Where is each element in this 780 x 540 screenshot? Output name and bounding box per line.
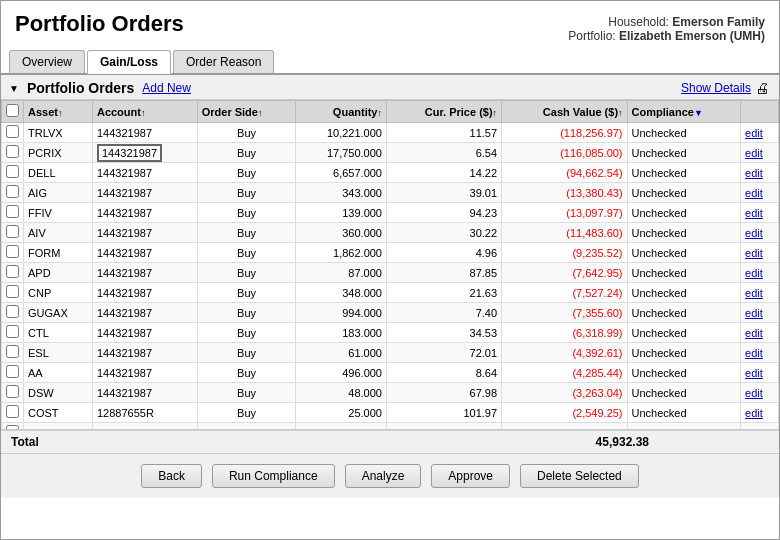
col-compliance[interactable]: Compliance▼ bbox=[627, 101, 741, 123]
row-checkbox-cell[interactable] bbox=[2, 383, 24, 403]
edit-link[interactable]: edit bbox=[745, 347, 763, 359]
row-checkbox-cell[interactable] bbox=[2, 143, 24, 163]
cell-edit[interactable]: edit bbox=[741, 323, 779, 343]
row-checkbox[interactable] bbox=[6, 185, 19, 198]
edit-link[interactable]: edit bbox=[745, 247, 763, 259]
edit-link[interactable]: edit bbox=[745, 367, 763, 379]
cell-edit[interactable]: edit bbox=[741, 223, 779, 243]
cell-cur-price: 67.98 bbox=[386, 383, 501, 403]
col-account[interactable]: Account↑ bbox=[92, 101, 197, 123]
cell-quantity: 183.000 bbox=[296, 323, 387, 343]
cell-edit[interactable]: edit bbox=[741, 263, 779, 283]
row-checkbox[interactable] bbox=[6, 245, 19, 258]
cell-cur-price: 94.23 bbox=[386, 203, 501, 223]
row-checkbox-cell[interactable] bbox=[2, 163, 24, 183]
col-asset[interactable]: Asset↑ bbox=[24, 101, 93, 123]
add-new-link[interactable]: Add New bbox=[142, 81, 191, 95]
tab-gainloss[interactable]: Gain/Loss bbox=[87, 50, 171, 74]
edit-link[interactable]: edit bbox=[745, 187, 763, 199]
cell-asset: FORM bbox=[24, 243, 93, 263]
approve-button[interactable]: Approve bbox=[431, 464, 510, 488]
row-checkbox-cell[interactable] bbox=[2, 303, 24, 323]
row-checkbox[interactable] bbox=[6, 405, 19, 418]
row-checkbox[interactable] bbox=[6, 345, 19, 358]
row-checkbox-cell[interactable] bbox=[2, 223, 24, 243]
cell-cash-value: (118,256.97) bbox=[502, 123, 627, 143]
select-all-checkbox[interactable] bbox=[6, 104, 19, 117]
edit-link[interactable]: edit bbox=[745, 127, 763, 139]
show-details-link[interactable]: Show Details bbox=[681, 81, 751, 95]
row-checkbox-cell[interactable] bbox=[2, 323, 24, 343]
collapse-arrow-icon[interactable]: ▼ bbox=[9, 83, 19, 94]
cell-quantity: 139.000 bbox=[296, 203, 387, 223]
cell-edit[interactable]: edit bbox=[741, 423, 779, 431]
col-check[interactable] bbox=[2, 101, 24, 123]
row-checkbox[interactable] bbox=[6, 385, 19, 398]
row-checkbox-cell[interactable] bbox=[2, 183, 24, 203]
cell-cash-value: (7,527.24) bbox=[502, 283, 627, 303]
row-checkbox-cell[interactable] bbox=[2, 203, 24, 223]
col-cash-value[interactable]: Cash Value ($)↑ bbox=[502, 101, 627, 123]
table-row: CTL144321987Buy183.00034.53(6,318.99)Unc… bbox=[2, 323, 779, 343]
col-order-side[interactable]: Order Side↑ bbox=[197, 101, 296, 123]
row-checkbox[interactable] bbox=[6, 205, 19, 218]
cell-edit[interactable]: edit bbox=[741, 243, 779, 263]
run-compliance-button[interactable]: Run Compliance bbox=[212, 464, 335, 488]
analyze-button[interactable]: Analyze bbox=[345, 464, 422, 488]
row-checkbox[interactable] bbox=[6, 165, 19, 178]
row-checkbox-cell[interactable] bbox=[2, 343, 24, 363]
row-checkbox[interactable] bbox=[6, 145, 19, 158]
tab-orderreason[interactable]: Order Reason bbox=[173, 50, 274, 73]
edit-link[interactable]: edit bbox=[745, 267, 763, 279]
edit-link[interactable]: edit bbox=[745, 327, 763, 339]
delete-selected-button[interactable]: Delete Selected bbox=[520, 464, 639, 488]
printer-icon[interactable]: 🖨 bbox=[755, 80, 769, 96]
col-edit bbox=[741, 101, 779, 123]
cell-edit[interactable]: edit bbox=[741, 203, 779, 223]
cell-cur-price: 34.53 bbox=[386, 323, 501, 343]
row-checkbox-cell[interactable] bbox=[2, 423, 24, 431]
cell-compliance: Unchecked bbox=[627, 403, 741, 423]
row-checkbox-cell[interactable] bbox=[2, 363, 24, 383]
row-checkbox-cell[interactable] bbox=[2, 243, 24, 263]
cell-edit[interactable]: edit bbox=[741, 403, 779, 423]
edit-link[interactable]: edit bbox=[745, 227, 763, 239]
cell-edit[interactable]: edit bbox=[741, 183, 779, 203]
table-row: TRLVX144321987Buy10,221.00011.57(118,256… bbox=[2, 123, 779, 143]
row-checkbox[interactable] bbox=[6, 265, 19, 278]
cell-edit[interactable]: edit bbox=[741, 303, 779, 323]
row-checkbox-cell[interactable] bbox=[2, 123, 24, 143]
edit-link[interactable]: edit bbox=[745, 307, 763, 319]
table-row: APD144321987Buy87.00087.85(7,642.95)Unch… bbox=[2, 263, 779, 283]
row-checkbox[interactable] bbox=[6, 125, 19, 138]
col-cur-price[interactable]: Cur. Price ($)↑ bbox=[386, 101, 501, 123]
cell-edit[interactable]: edit bbox=[741, 283, 779, 303]
tab-overview[interactable]: Overview bbox=[9, 50, 85, 73]
row-checkbox[interactable] bbox=[6, 365, 19, 378]
back-button[interactable]: Back bbox=[141, 464, 202, 488]
row-checkbox-cell[interactable] bbox=[2, 403, 24, 423]
col-quantity[interactable]: Quantity↑ bbox=[296, 101, 387, 123]
row-checkbox-cell[interactable] bbox=[2, 283, 24, 303]
edit-link[interactable]: edit bbox=[745, 387, 763, 399]
edit-link[interactable]: edit bbox=[745, 407, 763, 419]
cell-edit[interactable]: edit bbox=[741, 143, 779, 163]
cell-edit[interactable]: edit bbox=[741, 383, 779, 403]
edit-link[interactable]: edit bbox=[745, 207, 763, 219]
edit-link[interactable]: edit bbox=[745, 147, 763, 159]
cell-edit[interactable]: edit bbox=[741, 343, 779, 363]
cell-quantity: 755.000 bbox=[296, 423, 387, 431]
row-checkbox-cell[interactable] bbox=[2, 263, 24, 283]
row-checkbox[interactable] bbox=[6, 305, 19, 318]
cell-compliance: Unchecked bbox=[627, 323, 741, 343]
row-checkbox[interactable] bbox=[6, 325, 19, 338]
edit-link[interactable]: edit bbox=[745, 167, 763, 179]
row-checkbox[interactable] bbox=[6, 225, 19, 238]
row-checkbox[interactable] bbox=[6, 285, 19, 298]
cell-cash-value: 2,559.45 bbox=[502, 423, 627, 431]
cell-edit[interactable]: edit bbox=[741, 363, 779, 383]
edit-link[interactable]: edit bbox=[745, 287, 763, 299]
cell-edit[interactable]: edit bbox=[741, 123, 779, 143]
cell-edit[interactable]: edit bbox=[741, 163, 779, 183]
cell-quantity: 48.000 bbox=[296, 383, 387, 403]
